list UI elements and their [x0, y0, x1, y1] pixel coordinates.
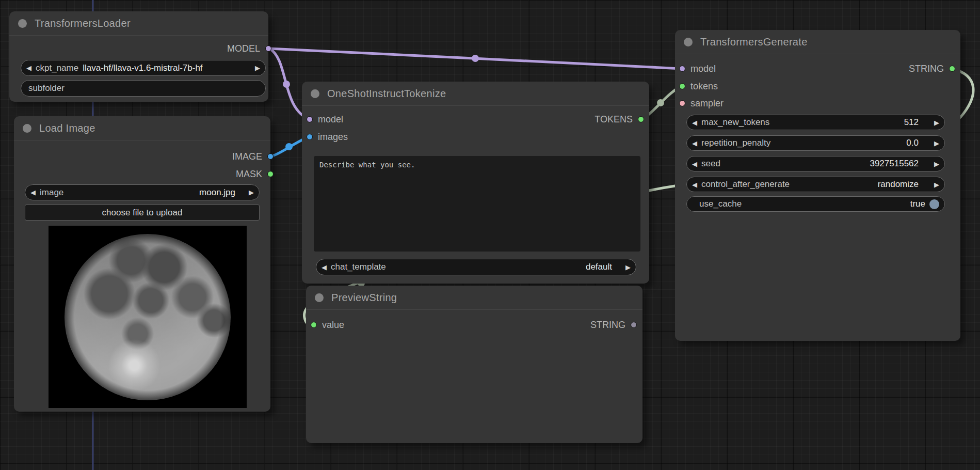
input-slot-model[interactable]: model — [307, 112, 343, 127]
input-port-value[interactable] — [311, 322, 317, 328]
output-slot-tokens[interactable]: TOKENS — [595, 112, 644, 127]
output-slot-string[interactable]: STRING — [590, 318, 637, 332]
link-model-to-generate — [269, 49, 682, 69]
use-cache-toggle[interactable] — [929, 199, 939, 209]
node-title: OneShotInstructTokenize — [327, 88, 446, 100]
next-arrow-icon[interactable]: ▶ — [934, 139, 939, 147]
output-port-image[interactable] — [267, 153, 274, 160]
moon-image — [65, 234, 231, 400]
widget-chat-template[interactable]: ◀ chat_template default ▶ — [316, 259, 636, 275]
input-label: tokens — [690, 81, 718, 92]
prev-arrow-icon[interactable]: ◀ — [692, 139, 697, 147]
input-port-tokens[interactable] — [679, 83, 685, 89]
output-label: MODEL — [227, 43, 260, 54]
node-graph-canvas[interactable]: TransformersLoader MODEL ◀ ckpt_name lla… — [0, 0, 980, 470]
node-transformers-generate[interactable]: TransformersGenerate model tokens sample… — [675, 30, 960, 341]
prev-arrow-icon[interactable]: ◀ — [26, 64, 31, 72]
next-arrow-icon[interactable]: ▶ — [934, 160, 939, 168]
input-slot-tokens[interactable]: tokens — [679, 79, 718, 93]
output-port-model[interactable] — [265, 45, 271, 52]
output-slot-string[interactable]: STRING — [909, 61, 955, 76]
widget-seed[interactable]: ◀ seed 3927515562 ▶ — [686, 156, 945, 171]
image-preview — [49, 226, 247, 408]
output-port-tokens[interactable] — [638, 116, 644, 122]
output-port-string[interactable] — [949, 66, 955, 72]
node-load-image[interactable]: Load Image IMAGE MASK ◀ image moon.jpg ▶… — [14, 116, 270, 412]
input-label: images — [318, 132, 348, 143]
link-dot — [285, 143, 293, 150]
input-port-sampler[interactable] — [679, 100, 685, 106]
next-arrow-icon[interactable]: ▶ — [625, 263, 631, 271]
next-arrow-icon[interactable]: ▶ — [249, 189, 254, 196]
output-label: TOKENS — [595, 114, 633, 125]
output-slot-image[interactable]: IMAGE — [232, 149, 274, 164]
widget-ckpt-name[interactable]: ◀ ckpt_name llava-hf/llava-v1.6-mistral-… — [21, 60, 266, 76]
output-port-mask[interactable] — [267, 171, 274, 177]
node-collapse-dot[interactable] — [311, 89, 319, 98]
node-collapse-dot[interactable] — [18, 19, 27, 28]
input-label: model — [690, 64, 716, 74]
prev-arrow-icon[interactable]: ◀ — [30, 189, 36, 196]
widget-repetition-penalty[interactable]: ◀ repetition_penalty 0.0 ▶ — [686, 135, 945, 151]
output-label: STRING — [909, 64, 944, 74]
node-title: PreviewString — [331, 292, 397, 304]
widget-max-new-tokens[interactable]: ◀ max_new_tokens 512 ▶ — [686, 115, 945, 130]
input-port-model[interactable] — [679, 66, 685, 72]
link-dot — [657, 99, 664, 106]
node-title: Load Image — [39, 122, 95, 134]
prev-arrow-icon[interactable]: ◀ — [692, 181, 697, 189]
prev-arrow-icon[interactable]: ◀ — [322, 263, 327, 271]
input-slot-images[interactable]: images — [307, 130, 348, 144]
output-slot-mask[interactable]: MASK — [236, 167, 274, 181]
prev-arrow-icon[interactable]: ◀ — [692, 160, 697, 168]
input-port-model[interactable] — [307, 116, 313, 122]
output-label: IMAGE — [232, 151, 262, 162]
prev-arrow-icon[interactable]: ◀ — [692, 119, 697, 127]
node-transformers-loader[interactable]: TransformersLoader MODEL ◀ ckpt_name lla… — [9, 11, 268, 102]
node-collapse-dot[interactable] — [315, 293, 324, 302]
next-arrow-icon[interactable]: ▶ — [255, 64, 260, 72]
link-dot — [472, 55, 479, 62]
next-arrow-icon[interactable]: ▶ — [934, 181, 939, 189]
input-label: value — [322, 320, 344, 331]
choose-file-button[interactable]: choose file to upload — [25, 205, 260, 221]
link-dot — [283, 81, 290, 88]
input-slot-sampler[interactable]: sampler — [679, 96, 724, 111]
widget-image-select[interactable]: ◀ image moon.jpg ▶ — [25, 184, 260, 200]
output-slot-model[interactable]: MODEL — [227, 41, 271, 56]
output-label: MASK — [236, 169, 262, 180]
widget-control-after-generate[interactable]: ◀ control_after_generate randomize ▶ — [686, 177, 945, 192]
output-label: STRING — [590, 320, 625, 331]
next-arrow-icon[interactable]: ▶ — [934, 119, 939, 127]
input-label: model — [318, 114, 343, 125]
widget-use-cache[interactable]: use_cache true — [686, 196, 945, 212]
node-collapse-dot[interactable] — [23, 124, 31, 133]
widget-subfolder[interactable]: subfolder — [21, 80, 266, 97]
node-oneshot-instruct-tokenize[interactable]: OneShotInstructTokenize model images TOK… — [302, 82, 649, 284]
node-title: TransformersGenerate — [700, 36, 808, 48]
input-slot-value[interactable]: value — [311, 318, 344, 332]
input-label: sampler — [690, 98, 724, 109]
node-title: TransformersLoader — [35, 18, 131, 29]
node-preview-string[interactable]: PreviewString value STRING — [306, 286, 642, 443]
input-port-images[interactable] — [307, 134, 313, 140]
output-port-string[interactable] — [631, 322, 637, 328]
node-collapse-dot[interactable] — [684, 38, 693, 46]
prompt-textarea[interactable]: Describe what you see. — [314, 156, 640, 252]
input-slot-model[interactable]: model — [679, 61, 716, 76]
